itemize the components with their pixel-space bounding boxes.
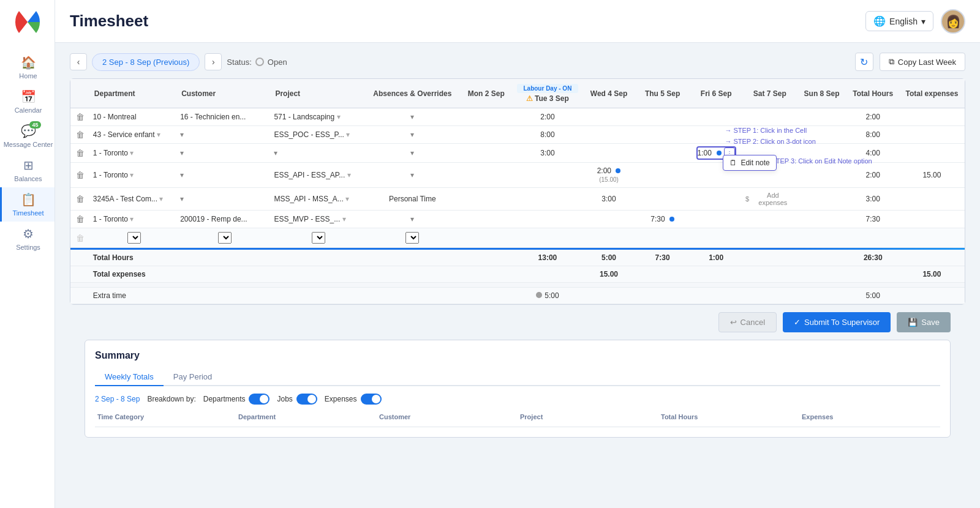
row5-thu[interactable]: [636, 188, 690, 211]
toggle-departments-switch[interactable]: [249, 394, 270, 405]
empty-customer-select[interactable]: [218, 232, 232, 244]
total-mon-hours: [459, 250, 513, 266]
row5-customer[interactable]: ▾: [178, 188, 271, 211]
row4-absences[interactable]: ▾: [410, 171, 414, 179]
row2-mon[interactable]: [459, 126, 513, 144]
page-title: Timesheet: [70, 12, 148, 31]
toggle-expenses-switch[interactable]: [361, 394, 382, 405]
total-thu-hours: 7:30: [636, 250, 690, 266]
row5-sat[interactable]: $ Add expenses: [743, 188, 797, 211]
row6-wed[interactable]: [582, 211, 636, 228]
row3-absences[interactable]: ▾: [410, 149, 414, 157]
row6-mon[interactable]: [459, 211, 513, 228]
row5-mon[interactable]: [459, 188, 513, 211]
sidebar-item-settings[interactable]: ⚙ Settings: [0, 222, 55, 256]
sidebar-item-message[interactable]: 💬 45 Message Center: [0, 119, 55, 153]
tab-pay-period[interactable]: Pay Period: [164, 368, 222, 386]
prev-period-button[interactable]: ‹: [70, 53, 87, 70]
row6-sat[interactable]: [743, 211, 797, 228]
delete-row-2[interactable]: 🗑: [76, 130, 85, 140]
sidebar-item-home[interactable]: 🏠 Home: [0, 50, 55, 84]
row3-project[interactable]: ▾: [271, 144, 365, 163]
row2-tue[interactable]: 8:00: [513, 126, 582, 144]
delete-row-5[interactable]: 🗑: [76, 194, 85, 204]
balances-icon: ⊞: [23, 158, 34, 173]
row1-wed[interactable]: [582, 108, 636, 126]
total-expenses-label: Total expenses: [91, 266, 459, 282]
status-label: Status:: [227, 58, 251, 67]
chevron-down-icon: ▾: [921, 17, 925, 26]
row2-sun[interactable]: [797, 126, 847, 144]
row1-thu[interactable]: [636, 108, 690, 126]
row2-fri[interactable]: [689, 126, 743, 144]
delete-row-3[interactable]: 🗑: [76, 148, 85, 158]
row4-thu[interactable]: [636, 163, 690, 188]
row1-tue[interactable]: 2:00: [513, 108, 582, 126]
sidebar-item-timesheet[interactable]: 📋 Timesheet: [0, 187, 55, 222]
period-selector[interactable]: 2 Sep - 8 Sep (Previous): [92, 53, 200, 71]
row3-sun[interactable]: [797, 144, 847, 163]
edit-note-label[interactable]: Edit note: [741, 159, 769, 167]
sidebar-item-balances[interactable]: ⊞ Balances: [0, 153, 55, 187]
delete-row-6[interactable]: 🗑: [76, 214, 85, 224]
submit-to-supervisor-button[interactable]: ✓ Submit To Supervisor: [783, 312, 891, 332]
tab-weekly-totals[interactable]: Weekly Totals: [95, 368, 164, 386]
row2-absences[interactable]: ▾: [410, 130, 414, 139]
app-logo: [12, 6, 43, 38]
grey-dot-icon: [536, 292, 542, 298]
empty-absences-select[interactable]: [405, 232, 419, 244]
sidebar-item-calendar[interactable]: 📅 Calendar: [0, 84, 55, 119]
row5-tue[interactable]: [513, 188, 582, 211]
row3-customer[interactable]: ▾: [178, 144, 271, 163]
delete-row-1[interactable]: 🗑: [76, 112, 85, 122]
summary-col-customer: Customer: [377, 411, 518, 423]
row2-thu[interactable]: [636, 126, 690, 144]
add-expenses[interactable]: $ Add expenses: [745, 192, 794, 206]
row2-sat[interactable]: [743, 126, 797, 144]
row6-sun[interactable]: [797, 211, 847, 228]
status-area: Status: Open: [227, 58, 287, 67]
delete-empty-row[interactable]: 🗑: [76, 233, 85, 243]
toggle-jobs-switch[interactable]: [296, 394, 317, 405]
language-label: English: [889, 17, 918, 26]
row1-absences[interactable]: ▾: [410, 113, 414, 121]
empty-project-select[interactable]: [312, 232, 325, 244]
row4-wed[interactable]: 2:00 (15.00): [582, 163, 636, 188]
language-selector[interactable]: 🌐 English ▾: [865, 11, 933, 31]
row1-sun[interactable]: [797, 108, 847, 126]
copy-last-week-button[interactable]: ⧉ Copy Last Week: [880, 53, 965, 71]
row6-thu[interactable]: 7:30: [636, 211, 690, 228]
row3-fri[interactable]: 1:00 ⋮ 🗒 Edit note → STEP 1: Click in th…: [689, 144, 743, 163]
row3-mon[interactable]: [459, 144, 513, 163]
row1-project[interactable]: 571 - Landscaping ▾: [271, 108, 365, 126]
row5-wed[interactable]: 3:00: [582, 188, 636, 211]
row1-sat[interactable]: [743, 108, 797, 126]
row2-wed[interactable]: [582, 126, 636, 144]
row4-sun[interactable]: [797, 163, 847, 188]
row6-fri[interactable]: [689, 211, 743, 228]
empty-department-select[interactable]: [127, 232, 141, 244]
row1-fri[interactable]: [689, 108, 743, 126]
user-avatar[interactable]: 👩: [941, 9, 965, 34]
row4-customer[interactable]: ▾: [178, 163, 271, 188]
cancel-button[interactable]: ↩ Cancel: [718, 312, 777, 332]
row4-tue[interactable]: [513, 163, 582, 188]
row4-mon[interactable]: [459, 163, 513, 188]
refresh-button[interactable]: ↻: [855, 53, 873, 71]
total-sat-hours: [743, 250, 797, 266]
row5-fri[interactable]: [689, 188, 743, 211]
row6-absences[interactable]: ▾: [410, 215, 414, 223]
row1-mon[interactable]: [459, 108, 513, 126]
labour-day-banner: Labour Day - ON: [517, 84, 579, 93]
row3-wed[interactable]: [582, 144, 636, 163]
row2-customer[interactable]: ▾: [178, 126, 271, 144]
row5-sun[interactable]: [797, 188, 847, 211]
row6-tue[interactable]: [513, 211, 582, 228]
save-button[interactable]: 💾 Save: [897, 312, 951, 332]
next-period-button[interactable]: ›: [205, 53, 222, 70]
row3-thu[interactable]: [636, 144, 690, 163]
delete-row-4[interactable]: 🗑: [76, 170, 85, 180]
row4-department: 1 - Toronto ▾: [91, 163, 178, 188]
row3-tue[interactable]: 3:00: [513, 144, 582, 163]
total-hours-row: Total Hours 13:00 5:00 7:30 1:00 26:30: [70, 250, 965, 266]
